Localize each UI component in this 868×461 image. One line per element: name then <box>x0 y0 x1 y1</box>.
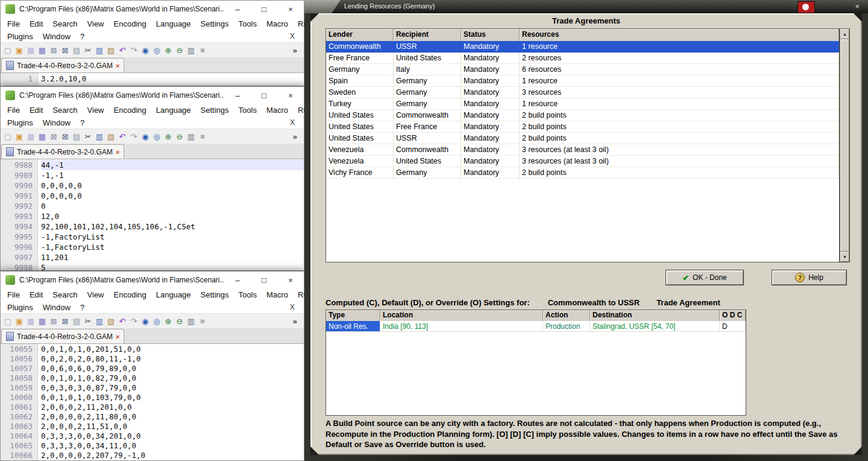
close-button[interactable]: × <box>277 1 304 17</box>
print-icon[interactable]: ▤ <box>71 316 82 326</box>
menu-window[interactable]: Window <box>38 118 75 127</box>
copy-icon[interactable]: ▥ <box>94 316 105 326</box>
settings-row[interactable]: Non-oil Res.India [90, 113]ProductionSta… <box>326 321 746 332</box>
menu-tools[interactable]: Tools <box>234 106 262 115</box>
menu-encoding[interactable]: Encoding <box>109 106 151 115</box>
settings-col-header-destination[interactable]: Destination <box>590 310 720 321</box>
print-icon[interactable]: ▤ <box>71 131 82 142</box>
title-bar[interactable]: C:\Program Files (x86)\Matrix Games\Worl… <box>1 272 304 288</box>
game-title-bar[interactable]: Lending Resources (Germany) × <box>304 0 868 13</box>
menu-view[interactable]: View <box>83 106 109 115</box>
menu-close-x[interactable]: X <box>283 32 302 40</box>
save-icon[interactable]: ▦ <box>25 45 36 56</box>
menu-language[interactable]: Language <box>151 106 196 115</box>
undo-icon[interactable]: ↶ <box>117 131 128 142</box>
maximize-button[interactable]: □ <box>251 87 277 104</box>
replace-icon[interactable]: ◎ <box>151 45 162 56</box>
open-folder-icon[interactable]: ▣ <box>14 316 25 326</box>
tab-trade-gam[interactable]: Trade-4-4-0-Retro-3-2-0.GAM × <box>1 144 124 159</box>
save-all-icon[interactable]: ▦ <box>37 131 48 142</box>
settings-col-header-odc[interactable]: O D C <box>720 310 746 321</box>
menu-view[interactable]: View <box>83 290 109 299</box>
menu-settings[interactable]: Settings <box>196 19 234 28</box>
replace-icon[interactable]: ◎ <box>151 131 162 142</box>
menu-search[interactable]: Search <box>48 19 82 28</box>
new-file-icon[interactable]: ▢ <box>2 316 13 326</box>
zoom-in-icon[interactable]: ⊕ <box>163 45 174 56</box>
menu-view[interactable]: View <box>83 19 109 28</box>
ok-done-button[interactable]: ✔ OK - Done <box>665 270 744 285</box>
copy-icon[interactable]: ▥ <box>94 131 105 142</box>
title-bar[interactable]: C:\Program Files (x86)\Matrix Games\Worl… <box>1 87 304 104</box>
cut-icon[interactable]: ✂ <box>83 131 93 142</box>
menu-run[interactable]: Run <box>293 290 304 299</box>
cut-icon[interactable]: ✂ <box>83 316 93 326</box>
zoom-out-icon[interactable]: ⊖ <box>174 316 185 326</box>
maximize-button[interactable]: □ <box>251 272 277 288</box>
menu-settings[interactable]: Settings <box>196 106 234 115</box>
agreement-row[interactable]: Free FranceUnited StatesMandatory2 resou… <box>326 52 839 64</box>
agreement-row[interactable]: SpainGermanyMandatory1 resource <box>326 75 839 87</box>
menu-plugins[interactable]: Plugins <box>2 32 38 41</box>
menu-encoding[interactable]: Encoding <box>109 290 151 299</box>
agreements-scrollbar[interactable]: ▲ ▼ <box>840 28 850 262</box>
function-list-icon[interactable]: ≡ <box>197 316 208 326</box>
settings-col-header-location[interactable]: Location <box>380 310 543 321</box>
redo-icon[interactable]: ↷ <box>128 131 139 142</box>
cut-icon[interactable]: ✂ <box>83 45 93 56</box>
code-area[interactable]: 44,-1-1,-10,0,0,0,00,0,0,0,0012,092,100,… <box>38 159 304 270</box>
copy-icon[interactable]: ▥ <box>94 45 105 56</box>
menu-settings[interactable]: Settings <box>196 290 234 299</box>
menu-search[interactable]: Search <box>48 106 82 115</box>
function-list-icon[interactable]: ≡ <box>197 131 208 142</box>
col-header-status[interactable]: Status <box>461 29 520 41</box>
paste-icon[interactable]: ▧ <box>105 45 116 56</box>
close-file-icon[interactable]: ⊠ <box>48 45 59 56</box>
menu-file[interactable]: File <box>2 106 25 115</box>
save-all-icon[interactable]: ▦ <box>37 316 48 326</box>
scroll-thumb[interactable] <box>840 39 849 252</box>
close-all-icon[interactable]: ⊠ <box>60 316 71 326</box>
menu-window[interactable]: Window <box>38 32 75 41</box>
menu-plugins[interactable]: Plugins <box>2 303 38 312</box>
function-list-icon[interactable]: ≡ <box>197 45 208 56</box>
menu-tools[interactable]: Tools <box>234 19 262 28</box>
close-icon[interactable]: × <box>855 2 860 11</box>
toolbar-overflow-icon[interactable]: » <box>288 132 302 141</box>
close-all-icon[interactable]: ⊠ <box>60 131 71 142</box>
menu-macro[interactable]: Macro <box>262 19 293 28</box>
title-bar[interactable]: C:\Program Files (x86)\Matrix Games\Worl… <box>1 1 304 17</box>
scroll-down-icon[interactable]: ▼ <box>840 252 849 262</box>
minimize-button[interactable]: – <box>224 272 251 288</box>
print-icon[interactable]: ▤ <box>71 45 82 56</box>
menu-edit[interactable]: Edit <box>25 106 48 115</box>
close-file-icon[interactable]: ⊠ <box>48 316 59 326</box>
agreement-row[interactable]: United StatesFree FranceMandatory2 build… <box>326 121 839 133</box>
undo-icon[interactable]: ↶ <box>117 45 128 56</box>
menu-tools[interactable]: Tools <box>234 290 262 299</box>
scroll-up-icon[interactable]: ▲ <box>840 29 849 39</box>
agreement-row[interactable]: United StatesUSSRMandatory2 build points <box>326 133 839 144</box>
find-icon[interactable]: ◉ <box>140 316 151 326</box>
tab-close-icon[interactable]: × <box>116 333 119 340</box>
new-file-icon[interactable]: ▢ <box>2 131 13 142</box>
editor[interactable]: 1 3.2.0,10,0 <box>1 73 304 86</box>
tab-close-icon[interactable]: × <box>116 148 119 156</box>
undo-icon[interactable]: ↶ <box>117 316 128 326</box>
editor[interactable]: 9988998999909991999299939994999599969997… <box>1 159 304 270</box>
tab-trade-gam[interactable]: Trade-4-4-0-Retro-3-2-0.GAM × <box>1 329 124 343</box>
menu-plugins[interactable]: Plugins <box>2 118 38 127</box>
menu-run[interactable]: Run <box>293 106 304 115</box>
zoom-in-icon[interactable]: ⊕ <box>163 316 174 326</box>
menu-window[interactable]: Window <box>38 303 75 312</box>
paste-icon[interactable]: ▧ <box>105 316 116 326</box>
tab-close-icon[interactable]: × <box>116 62 119 69</box>
close-button[interactable]: × <box>277 87 304 104</box>
paste-icon[interactable]: ▧ <box>105 131 116 142</box>
col-header-recipient[interactable]: Recipient <box>394 29 461 41</box>
menu-help[interactable]: ? <box>75 118 89 127</box>
settings-col-header-type[interactable]: Type <box>326 310 380 321</box>
menu-edit[interactable]: Edit <box>25 290 48 299</box>
menu-language[interactable]: Language <box>151 19 196 28</box>
menu-file[interactable]: File <box>2 290 25 299</box>
